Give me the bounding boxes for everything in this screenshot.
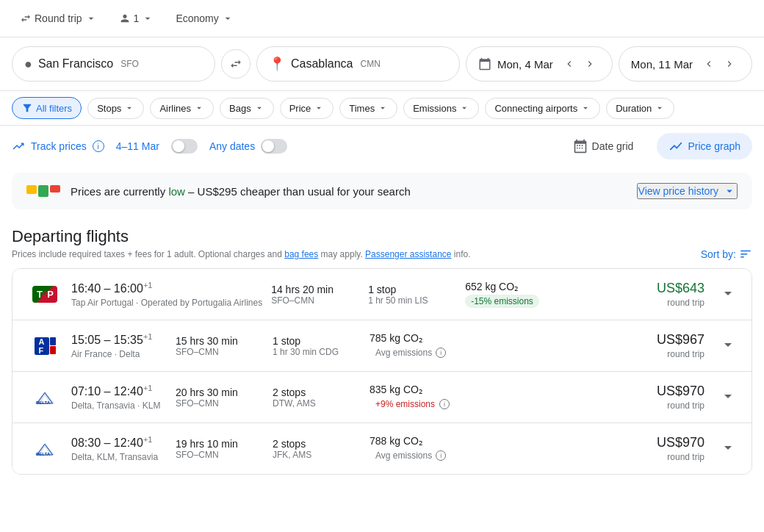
airlines-filter-button[interactable]: Airlines [150,98,214,119]
duration-filter-label: Duration [616,103,652,114]
trip-type-chevron [85,12,97,24]
passenger-assist-link[interactable]: Passenger assistance [365,249,451,259]
return-prev-button[interactable] [699,54,719,74]
search-bar: ● San Francisco SFO 📍 Casablanca CMN Mon… [0,37,764,91]
swap-button[interactable] [221,49,251,79]
flight-time: 08:30 – 12:40+1 [71,435,167,450]
duration-route: SFO–CMN [176,450,264,460]
chevron-right-icon [584,58,596,70]
stops-chevron-icon [124,103,134,113]
emission-badge: -15% emissions [465,295,539,308]
flight-stops: 2 stops JFK, AMS [273,438,361,460]
destination-field[interactable]: 📍 Casablanca CMN [256,46,460,82]
price-seg-1 [26,185,37,194]
co2-text: 652 kg CO₂ [465,281,561,292]
emission-info-icon[interactable]: i [436,450,446,461]
passengers-selector[interactable]: 1 [111,7,162,29]
return-date-field[interactable]: Mon, 11 Mar [619,46,752,82]
flight-price: US$967 round trip [624,332,704,359]
airline-logo: DELTA [27,386,62,409]
track-prices-section[interactable]: Track prices i [12,140,104,153]
delta-logo: DELTA [33,389,57,406]
price-type: round trip [624,349,704,359]
flight-price: US$970 round trip [624,435,704,462]
depart-date: Mon, 4 Mar [497,58,553,71]
duration-filter-button[interactable]: Duration [606,98,674,119]
duration-text: 19 hrs 10 min [176,438,264,450]
price-graph-button[interactable]: Price graph [657,133,752,159]
depart-date-field[interactable]: Mon, 4 Mar [466,46,613,82]
bags-filter-label: Bags [229,103,251,114]
chevron-left-icon [563,58,575,70]
price-amount: US$970 [624,435,704,450]
co2-text: 788 kg CO₂ [370,435,465,447]
flight-duration: 20 hrs 30 min SFO–CMN [176,387,264,409]
track-prices-toggle[interactable] [171,139,198,154]
view-history-label: View price history [638,185,718,197]
expand-button[interactable] [719,336,737,356]
sort-icon [739,248,752,261]
price-indicator [26,185,60,197]
any-dates-section: Any dates [209,139,287,154]
flight-times: 07:10 – 12:40+1 Delta, Transavia · KLM [71,384,167,410]
cabin-selector[interactable]: Economy [167,7,241,29]
flight-airline: Delta, KLM, Transavia [71,452,167,462]
return-next-button[interactable] [719,54,740,74]
emission-badge: Avg emissions i [370,449,465,462]
any-dates-toggle[interactable] [261,139,287,154]
passengers-label: 1 [134,12,140,24]
airline-logo: AF [27,334,62,358]
flight-list: TAP 16:40 – 16:00+1 Tap Air Portugal · O… [12,268,752,475]
flight-row[interactable]: DELTA 08:30 – 12:40+1 Delta, KLM, Transa… [12,423,752,474]
price-filter-button[interactable]: Price [280,98,334,119]
airlines-filter-label: Airlines [159,103,191,114]
all-filters-button[interactable]: All filters [12,97,82,119]
stops-text: 1 stop [368,284,456,295]
depart-prev-button[interactable] [559,54,580,74]
expand-icon [719,284,737,302]
price-amount: US$967 [624,332,704,348]
airlines-chevron-icon [194,103,204,113]
stops-filter-button[interactable]: Stops [87,98,144,119]
bags-filter-button[interactable]: Bags [220,98,274,119]
emission-info-icon[interactable]: i [439,399,450,409]
price-banner-text: Prices are currently low – US$295 cheape… [71,185,637,198]
bag-fees-link[interactable]: bag fees [284,249,318,259]
expand-button[interactable] [719,439,737,459]
swap-icon [229,57,242,71]
trip-type-selector[interactable]: Round trip [12,7,105,29]
date-grid-button[interactable]: Date grid [561,133,646,159]
connecting-filter-button[interactable]: Connecting airports [485,98,600,119]
stops-detail: JFK, AMS [273,450,361,460]
origin-code: SFO [120,59,139,69]
flight-row[interactable]: AF 15:05 – 15:35+1 Air France · Delta 15… [12,320,752,372]
flight-row[interactable]: DELTA 07:10 – 12:40+1 Delta, Transavia ·… [12,372,752,423]
flight-row[interactable]: TAP 16:40 – 16:00+1 Tap Air Portugal · O… [12,269,752,320]
expand-button[interactable] [719,284,737,304]
flight-airline: Delta, Transavia · KLM [71,400,167,411]
top-bar: Round trip 1 Economy [0,0,764,37]
destination-code: CMN [360,59,380,69]
filters-bar: All filters Stops Airlines Bags Price Ti… [0,91,764,126]
duration-text: 20 hrs 30 min [176,387,264,398]
return-prev-icon [703,58,715,70]
sort-button[interactable]: Sort by: [701,248,752,261]
view-price-history-button[interactable]: View price history [637,183,738,199]
emission-info-icon[interactable]: i [436,348,446,358]
stops-detail: 1 hr 30 min CDG [273,347,361,357]
depart-next-button[interactable] [580,54,600,74]
price-text-before: Prices are currently [71,185,168,198]
origin-field[interactable]: ● San Francisco SFO [12,46,215,82]
co2-text: 835 kg CO₂ [370,384,465,395]
date-grid-label: Date grid [592,140,634,152]
expand-button[interactable] [719,387,737,407]
duration-route: SFO–CMN [176,347,264,357]
duration-chevron-icon [655,103,665,113]
times-filter-button[interactable]: Times [339,98,397,119]
duration-route: SFO–CMN [176,398,264,409]
price-amount: US$970 [624,384,704,399]
emissions-filter-button[interactable]: Emissions [403,98,479,119]
stops-text: 1 stop [273,335,361,347]
price-chevron-icon [314,103,324,113]
track-info-icon[interactable]: i [93,140,104,152]
